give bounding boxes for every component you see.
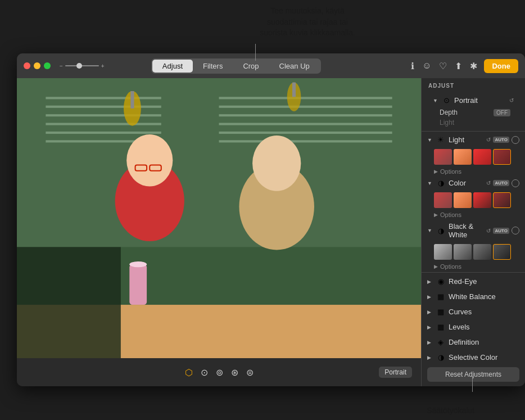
svg-rect-23 — [129, 264, 147, 305]
depth-label: Depth — [440, 109, 458, 116]
redeye-label: Red-Eye — [449, 277, 477, 286]
light-section-row[interactable]: ▼ ☀ Light ↺ AUTO — [422, 133, 525, 147]
color-options-row[interactable]: ▶ Options — [422, 210, 525, 219]
zoom-out-icon: − — [60, 63, 63, 69]
tab-filters[interactable]: Filters — [193, 60, 233, 73]
bw-options-row[interactable]: ▶ Options — [422, 262, 525, 271]
color-thumb-2[interactable] — [454, 192, 472, 208]
titlebar: − + Adjust Filters Crop Clean Up ℹ ☺ ♡ ⬆… — [17, 53, 525, 78]
emoji-icon[interactable]: ☺ — [421, 60, 432, 72]
bw-thumb-4[interactable] — [493, 244, 511, 260]
color-section-row[interactable]: ▼ ◑ Color ↺ AUTO — [422, 176, 525, 190]
zoom-slider[interactable]: − + — [60, 63, 105, 69]
definition-row[interactable]: ▶ ◈ Definition — [422, 335, 525, 350]
share-icon[interactable]: ⬆ — [454, 60, 463, 73]
bw-thumb-3[interactable] — [473, 244, 491, 260]
info-icon[interactable]: ℹ — [410, 60, 415, 73]
wb-label: White Balance — [449, 292, 496, 301]
color-undo-icon[interactable]: ↺ — [486, 180, 491, 186]
view-compare-icon[interactable]: ⊛ — [231, 367, 238, 378]
tabs-container: Adjust Filters Crop Clean Up — [151, 58, 321, 74]
light-thumb-1[interactable] — [434, 149, 452, 165]
photo-image — [17, 78, 421, 358]
portrait-icon: ⊙ — [442, 96, 451, 105]
red-eye-row[interactable]: ▶ ◉ Red-Eye — [422, 274, 525, 289]
color-thumb-1[interactable] — [434, 192, 452, 208]
redeye-icon: ◉ — [436, 277, 445, 286]
right-panel: ADJUST ▼ ⊙ Portrait ↺ Depth OFF Light — [421, 78, 525, 386]
bw-label: Black & White — [449, 222, 483, 239]
color-section: ▼ ◑ Color ↺ AUTO — [422, 176, 525, 219]
panel-scroll[interactable]: ▼ ⊙ Portrait ↺ Depth OFF Light ▼ — [422, 91, 525, 363]
selcolor-label: Selective Color — [449, 353, 497, 362]
bw-actions: ↺ AUTO — [486, 227, 519, 234]
light-options-row[interactable]: ▶ Options — [422, 167, 525, 176]
chevron-down-icon: ▼ — [433, 98, 438, 103]
light-actions: ↺ AUTO — [486, 136, 519, 144]
reset-adjustments-button[interactable]: Reset Adjustments — [427, 367, 519, 382]
slider-track — [65, 65, 99, 66]
color-thumb-4[interactable] — [493, 192, 511, 208]
view-split-icon[interactable]: ⊙ — [201, 367, 208, 378]
bw-chevron-icon: ▼ — [427, 228, 433, 233]
color-thumbnails — [422, 190, 525, 210]
color-actions: ↺ AUTO — [486, 179, 519, 187]
svg-rect-27 — [17, 247, 121, 358]
callout-line — [255, 44, 256, 61]
svg-rect-12 — [219, 132, 392, 134]
done-button[interactable]: Done — [484, 59, 518, 73]
maximize-button[interactable] — [44, 62, 51, 69]
curves-icon: ▦ — [436, 308, 445, 316]
light-undo-icon[interactable]: ↺ — [486, 137, 491, 143]
bw-undo-icon[interactable]: ↺ — [486, 228, 491, 234]
tab-adjust[interactable]: Adjust — [152, 60, 193, 73]
portrait-badge[interactable]: Portrait — [379, 367, 412, 378]
light-section: ▼ ☀ Light ↺ AUTO — [422, 133, 525, 176]
tab-crop[interactable]: Crop — [233, 60, 269, 73]
view-original-icon[interactable]: ⬡ — [185, 367, 193, 378]
bw-icon: ◑ — [436, 227, 445, 235]
zoom-in-icon: + — [101, 63, 105, 69]
color-auto-badge: AUTO — [493, 180, 509, 186]
heart-icon[interactable]: ♡ — [438, 60, 448, 73]
view-before-icon[interactable]: ⊚ — [216, 367, 223, 378]
color-chevron-icon: ▼ — [427, 180, 433, 186]
bottom-annotation: Säätötyökalut — [427, 405, 474, 416]
svg-rect-2 — [46, 97, 161, 99]
more-icon[interactable]: ✱ — [469, 60, 478, 73]
bw-thumb-2[interactable] — [454, 244, 472, 260]
definition-chevron-icon: ▶ — [427, 340, 433, 345]
depth-value: OFF — [494, 109, 510, 116]
view-controls: ⬡ ⊙ ⊚ ⊛ ⊜ — [60, 367, 379, 378]
definition-label: Definition — [449, 338, 479, 346]
selective-color-row[interactable]: ▶ ◑ Selective Color — [422, 350, 525, 363]
portrait-row[interactable]: ▼ ⊙ Portrait ↺ — [427, 93, 519, 107]
light-thumb-3[interactable] — [473, 149, 491, 165]
curves-label: Curves — [449, 308, 472, 316]
light-thumbnails — [422, 147, 525, 167]
light-thumb-4[interactable] — [493, 149, 511, 165]
bw-section-row[interactable]: ▼ ◑ Black & White ↺ AUTO — [422, 219, 525, 242]
color-circle-btn[interactable] — [512, 179, 519, 187]
bw-thumb-1[interactable] — [434, 244, 452, 260]
bw-circle-btn[interactable] — [512, 227, 519, 234]
light-auto-badge: AUTO — [493, 137, 509, 143]
levels-row[interactable]: ▶ ▦ Levels — [422, 319, 525, 335]
light-thumb-2[interactable] — [454, 149, 472, 165]
close-button[interactable] — [24, 62, 30, 69]
curves-row[interactable]: ▶ ▦ Curves — [422, 304, 525, 319]
color-thumb-3[interactable] — [473, 192, 491, 208]
tab-cleanup[interactable]: Clean Up — [269, 60, 320, 73]
callout-label: Tee muutoksia, käytä suodattimia tai raj… — [260, 6, 355, 37]
curves-chevron-icon: ▶ — [427, 309, 433, 315]
undo-icon[interactable]: ↺ — [509, 97, 514, 103]
minimize-button[interactable] — [34, 62, 40, 69]
photo-svg — [17, 78, 421, 358]
divider-1 — [422, 131, 525, 132]
view-grid-icon[interactable]: ⊜ — [246, 367, 254, 378]
light-options-label: Options — [440, 168, 461, 175]
light-circle-btn[interactable] — [512, 136, 519, 144]
svg-rect-6 — [46, 132, 161, 134]
portrait-section: ▼ ⊙ Portrait ↺ Depth OFF Light — [422, 91, 525, 130]
white-balance-row[interactable]: ▶ ▦ White Balance — [422, 289, 525, 304]
